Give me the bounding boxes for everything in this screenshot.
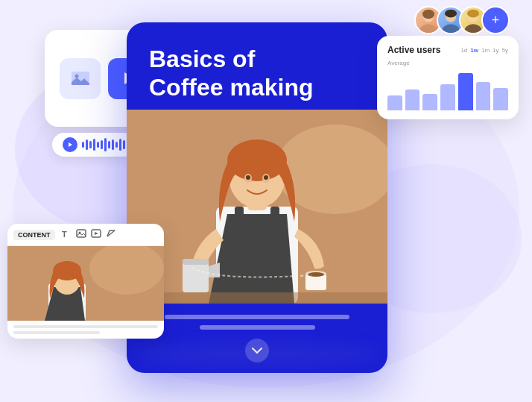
content-line-1 bbox=[13, 325, 158, 328]
content-toolbar: CONTENT T bbox=[7, 224, 164, 246]
svg-point-27 bbox=[264, 175, 268, 180]
add-avatar-button[interactable]: + bbox=[481, 6, 510, 34]
svg-point-5 bbox=[422, 10, 434, 19]
bar-1 bbox=[387, 95, 402, 110]
filter-1m[interactable]: 1m bbox=[481, 47, 490, 54]
time-filters: 1d 1w 1m 1y 5y bbox=[460, 47, 508, 54]
content-lines bbox=[7, 321, 164, 339]
audio-pill bbox=[52, 133, 136, 157]
video-tool-icon[interactable] bbox=[91, 228, 101, 241]
content-line-2 bbox=[13, 331, 100, 334]
bar-2 bbox=[405, 89, 420, 110]
active-users-title: Active users bbox=[387, 45, 440, 55]
active-users-card: Active users 1d 1w 1m 1y 5y Average bbox=[377, 36, 519, 119]
footer-bar-short bbox=[200, 325, 315, 330]
tablet-image bbox=[127, 110, 387, 304]
bar-chart bbox=[387, 69, 508, 110]
svg-text:T: T bbox=[62, 230, 67, 239]
svg-point-8 bbox=[445, 10, 457, 18]
svg-point-23 bbox=[227, 139, 287, 181]
filter-1w[interactable]: 1w bbox=[470, 47, 478, 54]
image-icon-box bbox=[60, 58, 101, 99]
svg-rect-19 bbox=[235, 207, 244, 229]
svg-point-26 bbox=[246, 175, 250, 180]
filter-1y[interactable]: 1y bbox=[493, 47, 498, 54]
edit-tool-icon[interactable] bbox=[106, 228, 116, 241]
avatars-row: + bbox=[414, 6, 510, 34]
svg-rect-29 bbox=[183, 259, 209, 265]
text-tool-icon[interactable]: T bbox=[61, 228, 72, 241]
content-editor-card: CONTENT T bbox=[7, 224, 164, 339]
svg-rect-20 bbox=[270, 207, 279, 229]
svg-point-32 bbox=[308, 272, 324, 277]
svg-marker-15 bbox=[69, 142, 72, 147]
svg-rect-35 bbox=[77, 230, 86, 237]
plus-icon: + bbox=[492, 13, 500, 28]
bar-7 bbox=[493, 88, 508, 110]
svg-point-11 bbox=[467, 10, 479, 18]
svg-point-7 bbox=[442, 24, 459, 33]
bar-6 bbox=[476, 82, 491, 110]
image-tool-icon[interactable] bbox=[76, 228, 86, 241]
bar-3 bbox=[422, 94, 437, 110]
filter-1d[interactable]: 1d bbox=[460, 47, 467, 54]
audio-play-button[interactable] bbox=[63, 137, 77, 152]
svg-point-13 bbox=[75, 75, 78, 78]
users-card-header: Active users 1d 1w 1m 1y 5y bbox=[387, 45, 508, 55]
tablet-card: Basics of Coffee making bbox=[127, 22, 387, 373]
bar-4 bbox=[440, 84, 455, 110]
svg-rect-33 bbox=[127, 292, 387, 304]
content-preview-image bbox=[7, 246, 164, 321]
tablet-title: Basics of Coffee making bbox=[149, 45, 365, 102]
svg-point-10 bbox=[464, 24, 481, 33]
bar-5 bbox=[458, 73, 473, 110]
toolbar-icons: T bbox=[61, 228, 116, 241]
audio-wave bbox=[82, 138, 125, 151]
svg-marker-38 bbox=[95, 232, 98, 235]
filter-5y[interactable]: 5y bbox=[502, 47, 508, 54]
content-label: CONTENT bbox=[13, 230, 55, 240]
svg-point-4 bbox=[419, 24, 437, 33]
tablet-header: Basics of Coffee making bbox=[127, 22, 387, 110]
footer-bar-long bbox=[165, 315, 349, 319]
average-label: Average bbox=[387, 60, 508, 66]
